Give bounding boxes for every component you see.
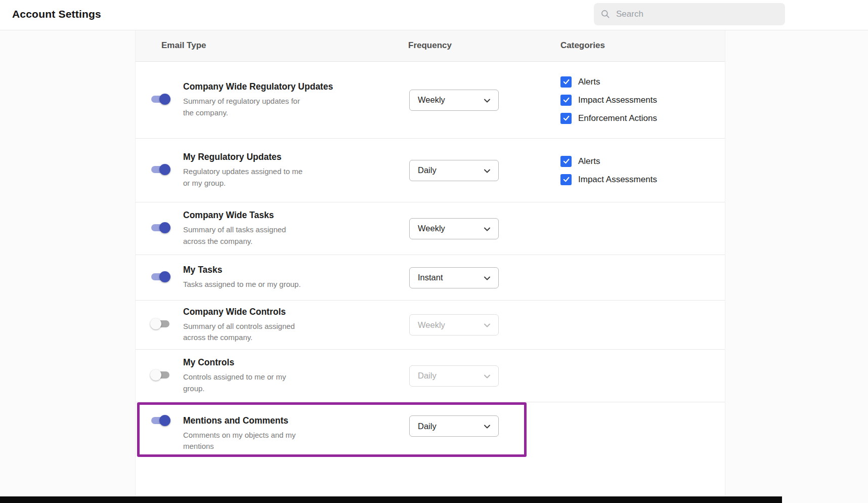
- category-label: Alerts: [578, 156, 600, 166]
- toggle-cell: [136, 94, 183, 106]
- checkbox-icon[interactable]: [560, 95, 572, 106]
- categories-cell: [560, 226, 725, 232]
- table-row: Company Wide Tasks Summary of all tasks …: [136, 202, 725, 255]
- frequency-value: Daily: [410, 422, 437, 431]
- email-type-cell: My Regulatory Updates Regulatory updates…: [183, 152, 409, 188]
- categories-cell: [560, 322, 725, 328]
- table-header-row: Email Type Frequency Categories: [136, 30, 725, 62]
- email-enabled-toggle[interactable]: [150, 223, 170, 233]
- frequency-select[interactable]: Weekly: [409, 218, 499, 239]
- email-settings-table: Email Type Frequency Categories Company …: [135, 30, 725, 503]
- frequency-select[interactable]: Instant: [409, 267, 499, 288]
- checkbox-icon[interactable]: [560, 156, 572, 167]
- search-box: [594, 3, 785, 25]
- toggle-cell: [136, 272, 183, 284]
- category-label: Impact Assessments: [578, 95, 657, 105]
- checkbox-icon[interactable]: [560, 113, 572, 124]
- email-type-title: Company Wide Regulatory Updates: [183, 81, 394, 92]
- toggle-thumb: [159, 94, 170, 105]
- categories-cell: [560, 415, 725, 422]
- email-type-cell: My Tasks Tasks assigned to me or my grou…: [183, 265, 409, 290]
- toggle-thumb: [159, 415, 170, 426]
- account-settings-screen: Account Settings Email Type Frequency Ca…: [0, 0, 868, 503]
- email-enabled-toggle[interactable]: [150, 370, 170, 380]
- email-enabled-toggle[interactable]: [150, 319, 170, 329]
- email-type-title: My Regulatory Updates: [183, 152, 394, 162]
- email-enabled-toggle[interactable]: [150, 415, 170, 426]
- email-type-cell: Company Wide Regulatory Updates Summary …: [183, 81, 409, 118]
- chevron-down-icon: [482, 96, 492, 106]
- email-type-description: Summary of all tasks assigned across the…: [183, 224, 307, 246]
- frequency-select[interactable]: Weekly: [409, 90, 499, 111]
- search-input[interactable]: [594, 3, 785, 25]
- email-enabled-toggle[interactable]: [150, 164, 170, 175]
- frequency-value: Daily: [410, 371, 437, 381]
- frequency-cell: Daily: [409, 160, 560, 181]
- category-checkbox-item[interactable]: Impact Assessments: [560, 95, 725, 106]
- category-checkbox-item[interactable]: Impact Assessments: [560, 174, 725, 185]
- toggle-thumb: [150, 318, 161, 329]
- category-label: Alerts: [578, 77, 600, 87]
- screen-edge-bar: [0, 496, 782, 503]
- email-type-description: Summary of regulatory updates for the co…: [183, 96, 307, 118]
- frequency-cell: Daily: [409, 365, 560, 387]
- frequency-value: Weekly: [410, 320, 445, 330]
- frequency-select[interactable]: Daily: [409, 160, 499, 181]
- email-type-title: My Controls: [183, 357, 394, 368]
- page-title: Account Settings: [12, 8, 101, 20]
- frequency-select[interactable]: Daily: [409, 365, 499, 387]
- categories-cell: AlertsImpact Assessments: [560, 153, 725, 188]
- email-type-cell: Company Wide Tasks Summary of all tasks …: [183, 210, 409, 246]
- toggle-cell: [136, 415, 183, 428]
- email-type-description: Controls assigned to me or my group.: [183, 371, 307, 394]
- chevron-down-icon: [482, 371, 492, 382]
- categories-cell: [560, 373, 725, 379]
- toggle-cell: [136, 164, 183, 177]
- chevron-down-icon: [482, 422, 492, 432]
- toggle-thumb: [159, 222, 170, 233]
- toggle-thumb: [159, 164, 170, 175]
- table-row: Company Wide Controls Summary of all con…: [136, 301, 725, 350]
- frequency-cell: Instant: [409, 267, 560, 288]
- email-type-title: Company Wide Tasks: [183, 210, 394, 221]
- toggle-thumb: [159, 271, 170, 282]
- email-type-cell: Mentions and Comments Comments on my obj…: [183, 415, 409, 452]
- column-header-email-type: Email Type: [161, 40, 206, 51]
- table-row: My Controls Controls assigned to me or m…: [136, 350, 725, 402]
- frequency-cell: Weekly: [409, 218, 560, 239]
- email-type-description: Comments on my objects and my mentions: [183, 430, 307, 452]
- frequency-value: Daily: [410, 165, 437, 175]
- table-body: Company Wide Regulatory Updates Summary …: [136, 62, 725, 497]
- checkbox-icon[interactable]: [560, 174, 572, 185]
- email-type-description: Regulatory updates assigned to me or my …: [183, 166, 307, 188]
- email-type-title: Mentions and Comments: [183, 415, 394, 426]
- email-type-description: Summary of all controls assigned across …: [183, 321, 307, 343]
- frequency-cell: Weekly: [409, 314, 560, 336]
- category-checkbox-item[interactable]: Alerts: [560, 76, 725, 88]
- email-enabled-toggle[interactable]: [150, 94, 170, 104]
- frequency-cell: Weekly: [409, 90, 560, 111]
- top-bar: Account Settings: [0, 0, 868, 30]
- email-type-title: Company Wide Controls: [183, 307, 394, 317]
- table-row: Company Wide Regulatory Updates Summary …: [136, 62, 725, 139]
- column-header-frequency: Frequency: [408, 40, 452, 51]
- toggle-cell: [136, 370, 183, 382]
- frequency-select[interactable]: Weekly: [409, 314, 499, 336]
- category-checkbox-item[interactable]: Enforcement Actions: [560, 113, 725, 124]
- frequency-value: Instant: [410, 273, 443, 282]
- frequency-select[interactable]: Daily: [409, 415, 499, 437]
- email-enabled-toggle[interactable]: [150, 272, 170, 282]
- email-type-cell: Company Wide Controls Summary of all con…: [183, 307, 409, 343]
- email-type-cell: My Controls Controls assigned to me or m…: [183, 357, 409, 394]
- column-header-categories: Categories: [560, 40, 605, 51]
- table-row: My Regulatory Updates Regulatory updates…: [136, 139, 725, 202]
- chevron-down-icon: [482, 320, 492, 330]
- chevron-down-icon: [482, 224, 492, 234]
- checkbox-icon[interactable]: [560, 76, 572, 88]
- category-label: Impact Assessments: [578, 175, 657, 185]
- categories-cell: [560, 275, 725, 281]
- categories-cell: AlertsImpact AssessmentsEnforcement Acti…: [560, 73, 725, 127]
- chevron-down-icon: [482, 273, 492, 283]
- toggle-thumb: [150, 369, 161, 381]
- category-checkbox-item[interactable]: Alerts: [560, 156, 725, 167]
